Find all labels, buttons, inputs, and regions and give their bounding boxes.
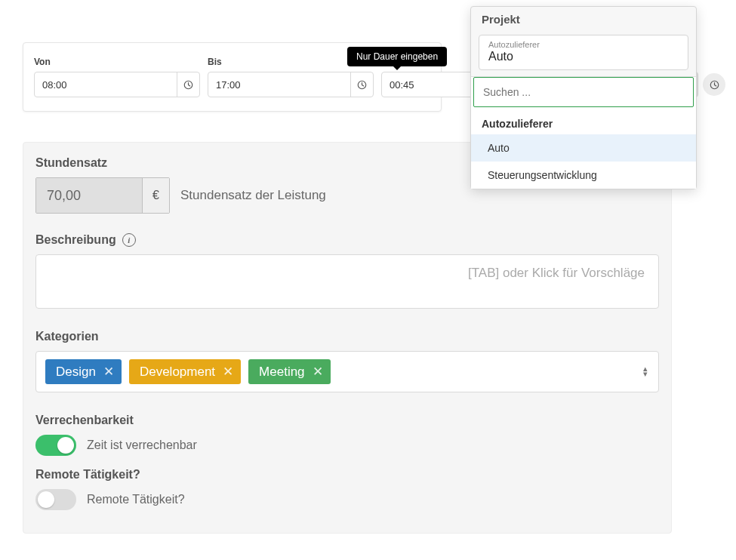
projekt-search-input[interactable] (483, 86, 684, 98)
projekt-selected-name: Auto (488, 50, 679, 63)
duration-only-button[interactable] (703, 73, 725, 96)
duration-tooltip: Nur Dauer eingeben (347, 47, 447, 66)
tag-meeting[interactable]: Meeting ✕ (248, 359, 330, 384)
projekt-dropdown: Autozulieferer Auto Steuerungsentwicklun… (471, 76, 696, 189)
close-icon[interactable]: ✕ (103, 364, 114, 380)
chevron-updown-icon[interactable]: ▴▾ (643, 366, 648, 377)
clock-icon[interactable] (177, 72, 199, 97)
von-input-wrap[interactable] (34, 72, 200, 97)
rate-input[interactable] (36, 178, 142, 213)
categories-label: Kategorien (35, 330, 659, 343)
toggle-knob (38, 491, 54, 508)
projekt-search-wrap[interactable] (473, 77, 694, 107)
rate-desc: Stundensatz der Leistung (180, 188, 326, 203)
categories-field[interactable]: Design ✕ Development ✕ Meeting ✕ ▴▾ (35, 351, 659, 392)
tag-label: Development (140, 365, 215, 380)
svg-line-5 (362, 85, 364, 86)
close-icon[interactable]: ✕ (313, 364, 323, 380)
close-icon[interactable]: ✕ (223, 364, 233, 380)
rate-input-group: € (35, 177, 170, 214)
projekt-group-label: Autozulieferer (471, 107, 696, 134)
svg-line-2 (189, 85, 190, 86)
tag-development[interactable]: Development ✕ (129, 359, 241, 384)
von-label: Von (34, 57, 200, 67)
billable-row: Zeit ist verrechenbar (35, 435, 659, 456)
remote-text: Remote Tätigkeit? (87, 493, 185, 506)
projekt-selected-group: Autozulieferer (488, 40, 679, 50)
bis-input-wrap[interactable] (208, 72, 374, 97)
info-icon[interactable]: i (122, 233, 136, 247)
bis-input[interactable] (208, 72, 350, 97)
von-column: Von (34, 57, 200, 97)
description-label: Beschreibung i (35, 233, 659, 247)
billable-toggle[interactable] (35, 435, 76, 456)
remote-row: Remote Tätigkeit? (35, 489, 659, 510)
svg-line-11 (714, 85, 716, 86)
projekt-panel: Projekt Autozulieferer Auto Autozuliefer… (470, 6, 697, 189)
description-field[interactable]: [TAB] oder Klick für Vorschläge (35, 254, 659, 309)
tag-design[interactable]: Design ✕ (45, 359, 122, 384)
billable-text: Zeit ist verrechenbar (87, 438, 197, 452)
main-panel: Stundensatz € Stundensatz der Leistung B… (23, 142, 672, 534)
projekt-selected[interactable]: Autozulieferer Auto (479, 35, 688, 70)
description-placeholder: [TAB] oder Klick für Vorschläge (468, 266, 645, 297)
billable-label: Verrechenbarkeit (35, 414, 659, 427)
von-input[interactable] (35, 72, 177, 97)
toggle-knob (57, 437, 74, 454)
projekt-header: Projekt (471, 7, 696, 32)
tag-label: Meeting (259, 365, 304, 380)
projekt-item-steuerung[interactable]: Steuerungsentwicklung (471, 162, 696, 189)
remote-toggle[interactable] (35, 489, 76, 510)
clock-icon[interactable] (350, 72, 373, 97)
description-label-text: Beschreibung (35, 233, 116, 247)
rate-currency: € (142, 178, 169, 213)
projekt-item-auto[interactable]: Auto (471, 134, 696, 162)
remote-label: Remote Tätigkeit? (35, 468, 659, 482)
tag-label: Design (56, 365, 96, 380)
